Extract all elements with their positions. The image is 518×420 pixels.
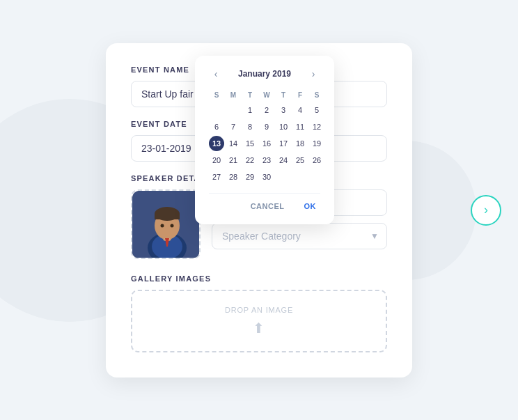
cal-header-m: M	[226, 89, 241, 101]
cal-header-f: F	[292, 89, 308, 101]
cal-day-10[interactable]: 10	[276, 119, 291, 134]
next-icon: ›	[484, 203, 488, 217]
cal-header-t2: T	[276, 89, 291, 101]
speaker-image-upload[interactable]	[131, 189, 201, 259]
gallery-drop-area[interactable]: DROP AN IMAGE ⬆	[131, 290, 387, 352]
cal-day-15[interactable]: 15	[242, 136, 258, 151]
cal-day-12[interactable]: 12	[309, 119, 324, 134]
cal-header-w: W	[259, 89, 274, 101]
cal-day-5[interactable]: 5	[309, 102, 324, 118]
cal-day-17[interactable]: 17	[276, 136, 291, 151]
calendar-popup: ‹ January 2019 › S M T W T F S 1 2 3 4 5…	[195, 56, 334, 224]
cal-day-24[interactable]: 24	[276, 153, 291, 168]
cal-day-3[interactable]: 3	[276, 102, 291, 118]
cal-day-1[interactable]: 1	[242, 102, 258, 118]
cal-day-9[interactable]: 9	[259, 119, 274, 134]
cal-day-20[interactable]: 20	[209, 153, 224, 168]
calendar-grid: S M T W T F S 1 2 3 4 5 6 7 8 9 10 11 12…	[209, 89, 320, 185]
cal-day-4[interactable]: 4	[292, 102, 308, 118]
cal-day-11[interactable]: 11	[292, 119, 308, 134]
upload-icon: ⬆	[253, 320, 265, 336]
cal-day-23[interactable]: 23	[259, 153, 274, 168]
svg-point-7	[161, 224, 164, 227]
cal-day-2[interactable]: 2	[259, 102, 274, 118]
calendar-ok-button[interactable]: OK	[300, 199, 321, 213]
cal-day-19[interactable]: 19	[309, 136, 324, 151]
cal-day-7[interactable]: 7	[226, 119, 241, 134]
cal-day-13-selected[interactable]: 13	[209, 136, 224, 151]
cal-day-21[interactable]: 21	[226, 153, 241, 168]
cal-day-6[interactable]: 6	[209, 119, 224, 134]
cal-day-14[interactable]: 14	[226, 136, 241, 151]
cal-day-16[interactable]: 16	[259, 136, 274, 151]
cal-day-28[interactable]: 28	[226, 169, 241, 185]
cal-day-26[interactable]: 26	[309, 153, 324, 168]
cal-header-s2: S	[309, 89, 324, 101]
speaker-category-select[interactable]: Speaker Category	[212, 223, 387, 249]
cal-header-t1: T	[242, 89, 258, 101]
calendar-next-button[interactable]: ›	[306, 67, 320, 81]
calendar-cancel-button[interactable]: CANCEL	[246, 199, 289, 213]
gallery-label: GALLERY IMAGES	[131, 274, 387, 283]
cal-day-25[interactable]: 25	[292, 153, 308, 168]
cal-day-18[interactable]: 18	[292, 136, 308, 151]
speaker-category-wrapper: Speaker Category ▼	[212, 223, 387, 249]
cal-day-8[interactable]: 8	[242, 119, 258, 134]
next-button[interactable]: ›	[471, 195, 501, 226]
speaker-photo	[132, 191, 201, 259]
svg-point-8	[171, 224, 174, 227]
speaker-photo-svg	[132, 191, 201, 259]
cal-day-29[interactable]: 29	[242, 169, 258, 185]
calendar-footer: CANCEL OK	[209, 193, 320, 213]
cal-header-s1: S	[209, 89, 224, 101]
calendar-prev-button[interactable]: ‹	[209, 67, 223, 81]
cal-day-27[interactable]: 27	[209, 169, 224, 185]
cal-day-22[interactable]: 22	[242, 153, 258, 168]
gallery-section: GALLERY IMAGES DROP AN IMAGE ⬆	[131, 274, 387, 352]
gallery-drop-text: DROP AN IMAGE	[225, 306, 293, 314]
cal-day-30[interactable]: 30	[259, 169, 274, 185]
calendar-month: January 2019	[238, 69, 291, 79]
calendar-header: ‹ January 2019 ›	[209, 67, 320, 81]
svg-rect-6	[155, 214, 180, 219]
